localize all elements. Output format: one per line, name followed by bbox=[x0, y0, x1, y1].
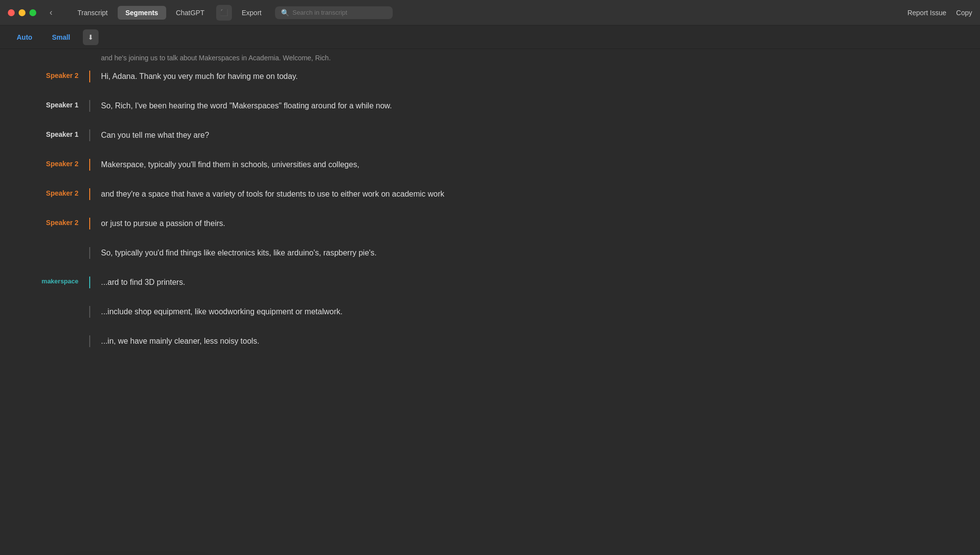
table-row: Speaker 1 So, Rich, I've been hearing th… bbox=[0, 91, 980, 121]
speaker-label-makerspace[interactable]: makerspace bbox=[0, 277, 88, 285]
speaker-label-empty2 bbox=[0, 306, 88, 307]
speaker-label-empty bbox=[0, 247, 88, 248]
auto-button[interactable]: Auto bbox=[10, 31, 39, 44]
table-row: ...in, we have mainly cleaner, less nois… bbox=[0, 327, 980, 356]
subtitle-button[interactable]: ⬛ bbox=[216, 5, 232, 21]
segment-text-after2: ...in, we have mainly cleaner, less nois… bbox=[101, 335, 965, 347]
back-button[interactable]: ‹ bbox=[44, 6, 58, 20]
export-button[interactable]: Export bbox=[234, 6, 269, 20]
speaker-label[interactable]: Speaker 2 bbox=[0, 218, 88, 227]
divider-line bbox=[89, 306, 90, 318]
segment-text: and they're a space that have a variety … bbox=[101, 188, 965, 200]
titlebar-right: Report Issue Copy bbox=[907, 9, 972, 17]
table-row: Speaker 2 or just to pursue a passion of… bbox=[0, 209, 980, 238]
tab-segments[interactable]: Segments bbox=[118, 6, 166, 20]
divider-line bbox=[89, 247, 90, 259]
segment-text: Makerspace, typically you'll find them i… bbox=[101, 159, 965, 171]
table-row: makerspace ...ard to find 3D printers. 😊… bbox=[0, 268, 980, 297]
divider-line bbox=[89, 100, 90, 112]
segment-text: So, Rich, I've been hearing the word "Ma… bbox=[101, 100, 965, 112]
minimize-button[interactable] bbox=[19, 9, 25, 16]
nav-tabs: Transcript Segments ChatGPT ⬛ Export bbox=[70, 5, 269, 21]
titlebar: ‹ Transcript Segments ChatGPT ⬛ Export 🔍… bbox=[0, 0, 980, 25]
segment-text-partial: ...ard to find 3D printers. bbox=[101, 277, 965, 288]
close-button[interactable] bbox=[8, 9, 15, 16]
search-box: 🔍 bbox=[275, 6, 393, 19]
table-row: Speaker 1 Can you tell me what they are? bbox=[0, 121, 980, 150]
speaker-label[interactable]: Speaker 1 bbox=[0, 100, 88, 109]
toolbar: Auto Small ⬇ bbox=[0, 25, 980, 49]
segment-text: or just to pursue a passion of theirs. bbox=[101, 218, 965, 229]
divider-line bbox=[89, 71, 90, 82]
small-button[interactable]: Small bbox=[45, 31, 77, 44]
divider-line bbox=[89, 159, 90, 171]
table-row: Speaker 2 Hi, Adana. Thank you very much… bbox=[0, 62, 980, 91]
copy-button[interactable]: Copy bbox=[956, 9, 972, 17]
tab-chatgpt[interactable]: ChatGPT bbox=[168, 6, 212, 20]
speaker-label[interactable]: Speaker 2 bbox=[0, 159, 88, 168]
speaker-label[interactable]: Speaker 2 bbox=[0, 188, 88, 197]
speaker-label[interactable]: Speaker 2 bbox=[0, 71, 88, 79]
divider-line bbox=[89, 335, 90, 347]
divider-line bbox=[89, 188, 90, 200]
divider-line bbox=[89, 218, 90, 229]
divider-line bbox=[89, 129, 90, 141]
intro-text: and he's joining us to talk about Makers… bbox=[0, 49, 980, 62]
transcript-area: and he's joining us to talk about Makers… bbox=[0, 49, 980, 555]
table-row: So, typically you'd find things like ele… bbox=[0, 238, 980, 268]
table-row: Speaker 2 and they're a space that have … bbox=[0, 179, 980, 209]
maximize-button[interactable] bbox=[29, 9, 36, 16]
report-issue-button[interactable]: Report Issue bbox=[907, 9, 946, 17]
table-row: ...include shop equipment, like woodwork… bbox=[0, 297, 980, 327]
speaker-label-empty3 bbox=[0, 335, 88, 336]
segment-text: Can you tell me what they are? bbox=[101, 129, 965, 141]
window-controls bbox=[8, 9, 36, 16]
segment-text: Hi, Adana. Thank you very much for havin… bbox=[101, 71, 965, 82]
search-input[interactable] bbox=[292, 9, 380, 16]
download-button[interactable]: ⬇ bbox=[83, 29, 99, 45]
table-row: Speaker 2 Makerspace, typically you'll f… bbox=[0, 150, 980, 179]
speaker-label[interactable]: Speaker 1 bbox=[0, 129, 88, 138]
search-icon: 🔍 bbox=[281, 9, 289, 17]
tab-transcript[interactable]: Transcript bbox=[70, 6, 116, 20]
segment-text: So, typically you'd find things like ele… bbox=[101, 247, 965, 259]
divider-line bbox=[89, 277, 90, 288]
subtitle-icon: ⬛ bbox=[220, 9, 228, 16]
segment-text-after1: ...include shop equipment, like woodwork… bbox=[101, 306, 965, 318]
